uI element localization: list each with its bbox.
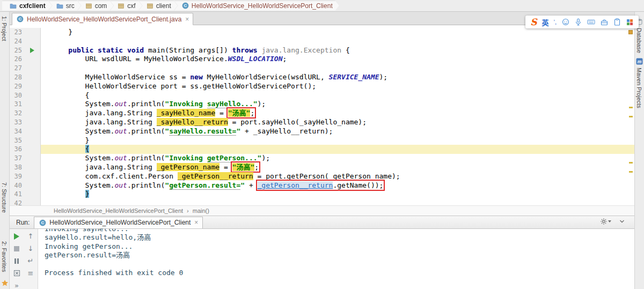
gutter-cell: 29 bbox=[10, 82, 41, 91]
collapse-icons-button[interactable]: » bbox=[12, 281, 21, 289]
scroll-up-button[interactable]: ↑ bbox=[26, 232, 35, 241]
editor-tab-title: HelloWorldService_HelloWorldServicePort_… bbox=[27, 16, 181, 23]
rerun-button[interactable] bbox=[12, 232, 21, 241]
toolbox-icon[interactable] bbox=[600, 18, 608, 26]
sogou-logo-icon[interactable]: S bbox=[530, 17, 537, 27]
code-token: java.lang.String bbox=[52, 109, 157, 117]
gutter-cell: 33 bbox=[10, 118, 41, 127]
line-number: 40 bbox=[14, 182, 22, 189]
class-icon: C bbox=[39, 219, 47, 227]
maven-icon[interactable]: m bbox=[636, 58, 643, 65]
hide-panel-icon[interactable] bbox=[618, 218, 626, 226]
error-stripe-mark[interactable] bbox=[629, 162, 633, 164]
gutter-cell: 32 bbox=[10, 109, 41, 118]
code-token: main(String args[]) bbox=[144, 46, 232, 54]
right-tool-strip: Database m Maven Projects bbox=[634, 12, 644, 289]
code-token: SERVICE_NAME bbox=[329, 73, 379, 81]
breadcrumb-item[interactable]: com bbox=[78, 1, 114, 11]
clear-console-button[interactable] bbox=[12, 269, 21, 278]
gutter-cell: 24 bbox=[10, 37, 41, 46]
gutter-cell: 34 bbox=[10, 127, 41, 136]
breadcrumb-method[interactable]: main() bbox=[193, 208, 209, 214]
pause-glyph bbox=[14, 258, 19, 264]
navigation-bar: cxfclientsrccomcxfclientCHelloWorldServi… bbox=[0, 0, 644, 12]
code-text: System.out.println("getPerson.result=" +… bbox=[41, 181, 634, 190]
settings-gear-button[interactable] bbox=[599, 218, 611, 226]
line-number: 35 bbox=[14, 137, 22, 144]
left-tool-strip: 1: Project 7: Structure 2: Favorites bbox=[0, 12, 10, 289]
mic-icon[interactable] bbox=[574, 18, 582, 26]
folder-icon bbox=[56, 2, 64, 10]
error-stripe-mark[interactable] bbox=[629, 116, 633, 117]
ime-toolbar[interactable]: S 英 ’, bbox=[525, 16, 639, 28]
scroll-down-button[interactable]: ↓ bbox=[26, 244, 35, 253]
code-text: MyHelloWorldService ss = new MyHelloWorl… bbox=[41, 73, 634, 82]
ime-punctuation-mode[interactable]: ’, bbox=[554, 19, 557, 25]
gutter-cell: 36 bbox=[10, 145, 41, 154]
stop-button[interactable] bbox=[12, 244, 21, 253]
tool-button-favorites[interactable]: 2: Favorites bbox=[1, 241, 8, 272]
folder-icon bbox=[9, 2, 17, 10]
clipboard-icon[interactable] bbox=[613, 18, 621, 26]
gear-icon bbox=[599, 218, 608, 226]
gutter-cell: 26 bbox=[10, 55, 41, 64]
smile-icon[interactable] bbox=[561, 18, 569, 26]
breadcrumb-item[interactable]: src bbox=[49, 1, 81, 11]
soft-wrap-button[interactable]: ↵ bbox=[26, 257, 35, 265]
package-icon bbox=[146, 2, 154, 10]
code-line: 38 java.lang.String _getPerson_name = "汤… bbox=[10, 163, 634, 172]
grid-icon[interactable] bbox=[626, 18, 634, 26]
code-token: MyHelloWorldService(wsdlURL, bbox=[203, 73, 329, 81]
code-token: .println( bbox=[127, 154, 165, 162]
inspection-indicator[interactable] bbox=[628, 30, 633, 34]
code-token: new bbox=[190, 73, 202, 81]
run-tab[interactable]: C HelloWorldService_HelloWorldServicePor… bbox=[34, 217, 203, 228]
code-token: " bbox=[240, 181, 245, 189]
ime-language-mode[interactable]: 英 bbox=[541, 17, 548, 27]
console-options-button[interactable]: ≡ bbox=[26, 269, 35, 278]
code-token: " bbox=[165, 181, 169, 189]
breadcrumb-item[interactable]: CHelloWorldService_HelloWorldServicePort… bbox=[174, 1, 339, 11]
favorites-star-icon[interactable] bbox=[1, 279, 9, 287]
keyboard-icon[interactable] bbox=[587, 18, 595, 26]
tool-button-structure[interactable]: 7: Structure bbox=[1, 182, 8, 213]
run-tab-close-icon[interactable]: × bbox=[194, 219, 198, 226]
code-text: } bbox=[41, 28, 634, 37]
line-number: 38 bbox=[14, 164, 22, 171]
breadcrumb-item[interactable]: cxfclient bbox=[2, 1, 52, 11]
line-number: 27 bbox=[14, 64, 22, 72]
code-token: URL wsdlURL = MyHelloWorldService. bbox=[52, 55, 228, 63]
tool-button-database[interactable]: Database bbox=[636, 28, 642, 53]
line-number: 37 bbox=[14, 154, 22, 162]
console-output[interactable]: Invoking sayHello...sayHello.result=hell… bbox=[38, 229, 634, 289]
editor-breadcrumbs: HelloWorldService_HelloWorldServicePort_… bbox=[10, 205, 634, 216]
error-stripe-mark[interactable] bbox=[629, 107, 633, 108]
breadcrumb-item[interactable]: client bbox=[139, 1, 178, 11]
code-token: "汤高" bbox=[232, 163, 255, 171]
breadcrumb-item[interactable]: cxf bbox=[110, 1, 142, 11]
code-token bbox=[52, 46, 68, 54]
line-number: 24 bbox=[14, 38, 22, 45]
code-token: WSDL_LOCATION bbox=[228, 55, 283, 63]
play-glyph bbox=[14, 233, 19, 240]
code-text: } bbox=[41, 190, 634, 199]
tool-button-maven-projects[interactable]: Maven Projects bbox=[636, 68, 642, 108]
run-method-icon[interactable] bbox=[30, 48, 34, 53]
code-token: _sayHello_name bbox=[157, 109, 216, 117]
breadcrumb-class[interactable]: HelloWorldService_HelloWorldServicePort_… bbox=[54, 208, 183, 214]
code-token: } bbox=[52, 136, 89, 144]
pause-output-button[interactable] bbox=[12, 257, 21, 265]
code-token: throws bbox=[232, 46, 258, 54]
ide-window: cxfclientsrccomcxfclientCHelloWorldServi… bbox=[0, 0, 644, 289]
code-token bbox=[52, 145, 85, 153]
code-editor[interactable]: 23 }2425 public static void main(String … bbox=[10, 25, 634, 205]
tab-close-icon[interactable]: × bbox=[185, 16, 189, 23]
error-stripe-mark[interactable] bbox=[629, 171, 633, 173]
breadcrumb-label: client bbox=[156, 2, 171, 10]
console-line: Invoking sayHello... bbox=[45, 229, 634, 234]
tool-button-project[interactable]: 1: Project bbox=[1, 16, 8, 41]
editor-tab[interactable]: C HelloWorldService_HelloWorldServicePor… bbox=[12, 13, 193, 25]
code-text bbox=[41, 37, 634, 46]
code-line: 24 bbox=[10, 37, 634, 46]
line-number: 31 bbox=[14, 100, 22, 108]
